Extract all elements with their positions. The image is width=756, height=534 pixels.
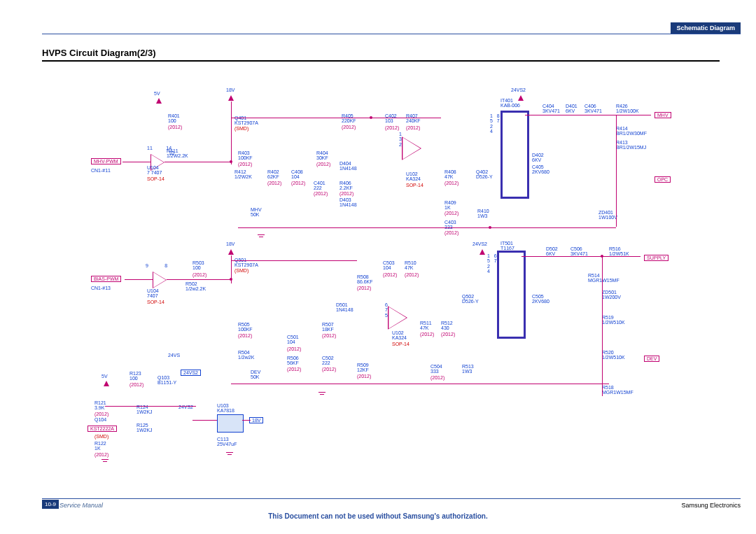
rule-top bbox=[42, 34, 741, 34]
gnd-icon bbox=[226, 452, 233, 458]
lbl-c504-p: (2012) bbox=[430, 375, 444, 380]
arrow-18v-l bbox=[228, 249, 234, 255]
gnd-icon bbox=[258, 234, 265, 240]
lbl-r509: R509 12KF bbox=[357, 363, 369, 373]
wire bbox=[242, 420, 251, 421]
tag-opc: OPC bbox=[654, 176, 671, 183]
tag-18v: 18V bbox=[249, 417, 263, 423]
lbl-r511-p: (2012) bbox=[420, 332, 434, 337]
lbl-it501: IT501 T1167 bbox=[500, 241, 514, 251]
lbl-r510: R510 47K bbox=[405, 260, 416, 271]
node bbox=[601, 255, 603, 258]
lbl-c113: C113 25V47uF bbox=[217, 437, 237, 447]
lbl-c501: C501 104 bbox=[287, 335, 299, 345]
lbl-r123-p: (2012) bbox=[130, 382, 144, 387]
lbl-c401: C401 222 bbox=[314, 181, 326, 191]
gnd-icon bbox=[318, 392, 326, 398]
lbl-q402: Q402 D526-Y bbox=[476, 169, 493, 180]
wire bbox=[105, 406, 196, 407]
lbl-r505: R505 100KF bbox=[238, 322, 253, 332]
wire bbox=[167, 279, 231, 280]
lbl-u103: U103 KA7818 bbox=[217, 403, 234, 414]
lbl-r511: R511 47K bbox=[420, 321, 432, 331]
lbl-r516: R516 1/2W51K bbox=[609, 246, 629, 257]
wire bbox=[192, 420, 217, 421]
arrow-5v-u bbox=[156, 98, 162, 104]
node bbox=[230, 160, 232, 163]
lbl-r401: R401 100 bbox=[168, 113, 180, 124]
lbl-u104-pins-l: 9 8 bbox=[146, 263, 167, 268]
lbl-r507: R507 18KF bbox=[322, 322, 334, 332]
lbl-r412: R412 1/2W2K bbox=[234, 169, 252, 180]
arrow-5v-aux bbox=[104, 381, 109, 386]
lbl-q502: Q502 D526-Y bbox=[462, 294, 479, 304]
lbl-r519: R519 1/2W510K bbox=[602, 315, 625, 325]
wire bbox=[602, 256, 603, 396]
lbl-c503-p: (2012) bbox=[383, 272, 397, 277]
lbl-r410: R410 1W3 bbox=[477, 209, 489, 219]
lbl-q501: Q501 KST2907A bbox=[234, 258, 258, 268]
lbl-r405-p: (2012) bbox=[342, 125, 356, 129]
transformer-it401 bbox=[500, 111, 529, 199]
header-tab: Schematic Diagram bbox=[671, 22, 741, 34]
footer-left: Service Manual bbox=[59, 502, 103, 509]
wire bbox=[231, 384, 609, 384]
lbl-u102-u: U102 KA324 bbox=[406, 171, 421, 182]
lbl-r401-p: (2012) bbox=[168, 125, 182, 129]
lbl-r512: R512 430 bbox=[441, 321, 453, 331]
wire bbox=[122, 162, 150, 162]
lbl-zd401: ZD401 1W100V bbox=[598, 210, 617, 220]
lbl-r506-p: (2012) bbox=[287, 367, 301, 372]
lbl-r507-p: (2012) bbox=[322, 333, 336, 338]
lbl-q104: Q104 bbox=[94, 417, 106, 422]
lbl-c402-p: (2012) bbox=[385, 125, 399, 130]
lbl-u102-pins-l: 6 7 5 bbox=[385, 302, 388, 318]
lbl-c403-p: (2012) bbox=[444, 230, 458, 235]
tag-kst2222a: KST2222A bbox=[88, 426, 117, 432]
rule-bottom bbox=[42, 498, 741, 499]
page-number-badge: 10-9 bbox=[42, 500, 59, 509]
gnd-icon bbox=[102, 459, 108, 465]
lbl-it401-pins: 1 8 5 7 2 4 bbox=[490, 113, 500, 134]
page-title: HVPS Circuit Diagram(2/3) bbox=[42, 48, 156, 58]
lbl-r514: R514 MGR1W15MF bbox=[588, 273, 620, 283]
lbl-c403: C403 333 bbox=[444, 220, 456, 230]
lbl-q501-smd: (SMD) bbox=[234, 268, 248, 273]
lbl-r406: R406 2.2KF bbox=[340, 181, 353, 191]
lbl-d403: D403 1N4148 bbox=[340, 197, 357, 208]
lbl-c405: C405 2KV680 bbox=[532, 164, 550, 175]
lbl-r505-p: (2012) bbox=[238, 333, 252, 338]
node bbox=[370, 116, 372, 119]
node bbox=[230, 278, 232, 281]
opamp-u102-u bbox=[402, 136, 421, 160]
lbl-r404-p: (2012) bbox=[316, 162, 330, 167]
lbl-c505: C505 2KV680 bbox=[532, 294, 550, 304]
lbl-q104-smd: (SMD) bbox=[94, 434, 108, 439]
lbl-d402: D402 6KV bbox=[532, 153, 544, 163]
lbl-c408: C408 104 bbox=[291, 169, 303, 180]
page-root: Schematic Diagram HVPS Circuit Diagram(2… bbox=[0, 0, 756, 534]
ic-u103 bbox=[217, 414, 244, 433]
schematic-canvas: 5V 18V 24VS2 MHV-PWM CN1-#11 11 14 10 U1… bbox=[42, 70, 720, 476]
lbl-r510-p: (2012) bbox=[405, 272, 419, 277]
lbl-r413: R413 BR1/2W15MJ bbox=[616, 140, 646, 150]
lbl-d404: D404 1N4148 bbox=[340, 161, 357, 171]
lbl-c503: C503 104 bbox=[383, 260, 395, 271]
lbl-r426: R426 1/2W100K bbox=[616, 104, 639, 114]
lbl-d501: D501 1N4148 bbox=[336, 302, 354, 313]
lbl-c502-p: (2012) bbox=[322, 367, 336, 372]
arrow-18v-u bbox=[228, 95, 234, 101]
lbl-r411: R411 1/2W2.2K bbox=[167, 148, 188, 159]
lbl-r503: R503 100 bbox=[192, 260, 204, 271]
buffer-u104-l bbox=[153, 272, 167, 288]
lbl-r513: R513 1W3 bbox=[462, 364, 474, 374]
lbl-u102-pins-u: 1 3 2 bbox=[399, 132, 402, 147]
lbl-r405: R405 220KF bbox=[342, 113, 356, 124]
lbl-c404: C404 3KV471 bbox=[542, 104, 560, 114]
title-underline bbox=[42, 60, 720, 62]
tag-mhv: MHV bbox=[654, 112, 671, 118]
rail-5v-aux: 5V bbox=[102, 374, 108, 379]
lbl-it501-pins: 1 6 5 7 2 4 bbox=[487, 253, 497, 274]
lbl-r512-p: (2012) bbox=[441, 332, 455, 337]
lbl-r123: R123 100 bbox=[130, 371, 141, 381]
